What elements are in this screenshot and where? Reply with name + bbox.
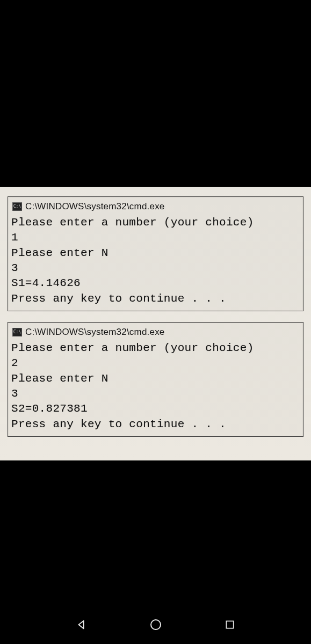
cmd-line: 1 [11,231,18,244]
cmd-line: Please enter a number (your choice) [11,216,254,229]
home-circle-icon [149,618,162,631]
cmd-line: S2=0.827381 [11,402,88,415]
cmd-titlebar-2: C:\ C:\WINDOWS\system32\cmd.exe [11,326,300,341]
nav-home-button[interactable] [148,617,163,632]
cmd-window-1: C:\ C:\WINDOWS\system32\cmd.exe Please e… [8,196,303,311]
cmd-titlebar-1: C:\ C:\WINDOWS\system32\cmd.exe [11,200,300,215]
cmd-title-1: C:\WINDOWS\system32\cmd.exe [25,201,165,212]
cmd-line: 2 [11,357,18,369]
cmd-line: Please enter N [11,372,109,385]
cmd-line: 3 [11,387,18,400]
cmd-title-2: C:\WINDOWS\system32\cmd.exe [25,327,165,338]
cmd-output-1: Please enter a number (your choice) 1 Pl… [11,215,300,306]
nav-recent-button[interactable] [222,617,237,632]
cmd-icon: C:\ [12,202,22,211]
screenshot-content: C:\ C:\WINDOWS\system32\cmd.exe Please e… [0,187,311,460]
cmd-icon: C:\ [12,328,22,336]
cmd-window-2: C:\ C:\WINDOWS\system32\cmd.exe Please e… [8,322,303,437]
back-triangle-icon [76,619,88,631]
cmd-line: Press any key to continue . . . [11,292,226,305]
cmd-output-2: Please enter a number (your choice) 2 Pl… [11,341,300,432]
cmd-line: S1=4.14626 [11,277,81,289]
cmd-line: 3 [11,262,18,274]
svg-point-0 [151,620,161,630]
phone-screen: C:\ C:\WINDOWS\system32\cmd.exe Please e… [0,0,311,644]
cmd-line: Please enter a number (your choice) [11,342,254,354]
recent-square-icon [225,619,235,630]
cmd-line: Please enter N [11,247,109,259]
svg-rect-1 [226,621,233,628]
nav-back-button[interactable] [74,617,89,632]
android-nav-bar [0,605,311,644]
cmd-line: Press any key to continue . . . [11,418,226,430]
